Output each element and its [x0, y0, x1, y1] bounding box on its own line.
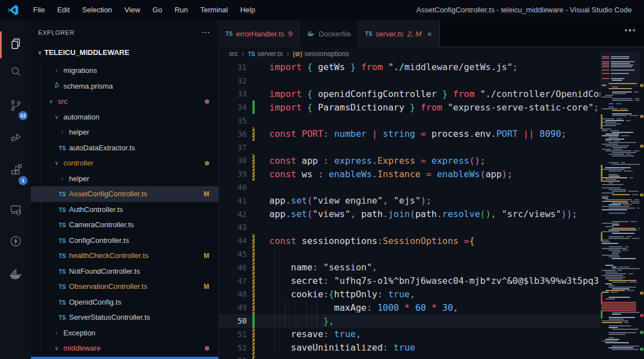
activity-extensions[interactable]: 1 — [0, 158, 31, 185]
tree-item-helper[interactable]: ›helper — [31, 171, 218, 187]
code-line-46[interactable]: 46 name: "session", — [219, 261, 600, 274]
tree-item-AuthController.ts[interactable]: TSAuthController.ts — [31, 202, 218, 218]
minimap[interactable] — [600, 47, 640, 359]
code-editor[interactable]: 31import { getWs } from "./middleware/ge… — [219, 61, 600, 359]
tree-item-Exception[interactable]: ›Exception — [31, 325, 218, 341]
tree-item-src[interactable]: ∨src — [31, 94, 218, 109]
line-number: 46 — [219, 263, 247, 272]
code-line-42[interactable]: 42app.set("views", path.join(path.resolv… — [219, 208, 600, 221]
activity-thunder-client[interactable] — [0, 229, 31, 256]
gutter-mod-indicator — [252, 341, 255, 355]
tab-errorhandler-ts[interactable]: TSerrorHandler.ts9 — [219, 20, 300, 47]
menu-view[interactable]: View — [118, 0, 146, 20]
more-actions-icon[interactable]: ⋯ — [201, 27, 210, 38]
code-line-50[interactable]: 50 }, — [219, 314, 600, 328]
chevron-right-icon: › — [52, 330, 61, 336]
git-status-dot — [205, 161, 209, 165]
minimap-line — [612, 152, 636, 153]
line-number: 48 — [219, 289, 247, 298]
code-line-53[interactable]: 53 — [219, 355, 600, 359]
tree-item-ConfigController.ts[interactable]: TSConfigController.ts — [31, 233, 218, 248]
code-line-35[interactable]: 35 — [219, 114, 600, 127]
menu-run[interactable]: Run — [168, 0, 194, 20]
minimap-line — [609, 256, 620, 257]
minimap-line — [612, 258, 636, 259]
menu-selection[interactable]: Selection — [76, 0, 118, 20]
code-line-52[interactable]: 52 saveUninitialized: true — [219, 341, 600, 355]
activity-docker[interactable] — [0, 263, 31, 289]
tree-item-NotFoundController.ts[interactable]: TSNotFoundController.ts — [31, 264, 218, 279]
gutter — [252, 181, 255, 194]
overview-ruler[interactable] — [640, 47, 644, 359]
minimap-line — [611, 61, 634, 62]
menu-go[interactable]: Go — [146, 0, 168, 20]
tree-item-healthCheckController.ts[interactable]: TShealthCheckController.tsM — [31, 248, 218, 264]
tree-item-migrations[interactable]: ›migrations — [31, 63, 218, 79]
project-root-row[interactable]: ∨ TELEICU_MIDDLEWARE — [31, 45, 218, 59]
tree-item-CameraController.ts[interactable]: TSCameraController.ts — [31, 217, 218, 233]
minimap-line — [601, 302, 636, 303]
code-line-45[interactable]: 45 — [219, 247, 600, 261]
tab-server-ts[interactable]: TSserver.ts2, M× — [358, 20, 439, 47]
code-line-36[interactable]: 36const PORT: number | string = process.… — [219, 127, 600, 141]
code-line-32[interactable]: 32 — [219, 74, 600, 88]
menu-terminal[interactable]: Terminal — [194, 0, 234, 20]
close-icon[interactable]: × — [427, 30, 432, 38]
tree-item-helper[interactable]: ›helper — [31, 125, 218, 140]
menu-help[interactable]: Help — [234, 0, 261, 20]
tree-item-controller[interactable]: ∨controller — [31, 155, 218, 171]
code-line-33[interactable]: 33import { openidConfigController } from… — [219, 88, 600, 101]
breadcrumb-sessionoptions[interactable]: [⊘]sessionoptions — [293, 50, 349, 58]
minimap-line — [609, 83, 637, 84]
code-line-49[interactable]: 49 maxAge: 1000 * 60 * 30, — [219, 301, 600, 314]
code-line-44[interactable]: 44const sessionoptions:SessionOptions ={ — [219, 234, 600, 247]
menu-edit[interactable]: Edit — [51, 0, 76, 20]
code-line-48[interactable]: 48 cookie:{httpOnly: true, — [219, 288, 600, 301]
breadcrumb-src[interactable]: src — [229, 50, 238, 58]
line-number: 36 — [219, 130, 247, 139]
breadcrumb-server.ts[interactable]: TSserver.ts — [248, 50, 283, 58]
code-line-39[interactable]: 39const ws : enableWs.Instance = enableW… — [219, 167, 600, 181]
minimap-line — [631, 202, 640, 204]
tree-item-autoDataExtractor.ts[interactable]: TSautoDataExtractor.ts — [31, 140, 218, 156]
minimap-line — [605, 199, 632, 200]
code-line-38[interactable]: 38const app : express.Express = express(… — [219, 154, 600, 168]
minimap-line — [602, 85, 606, 86]
gutter — [252, 141, 255, 154]
tree-item-schema.prisma[interactable]: schema.prisma — [31, 79, 218, 94]
menu-file[interactable]: File — [27, 0, 51, 20]
code-line-34[interactable]: 34import { ParamsDictionary } from "expr… — [219, 100, 600, 114]
tree-item-automation[interactable]: ∨automation — [31, 109, 218, 125]
code-line-40[interactable]: 40 — [219, 181, 600, 194]
minimap-line — [627, 290, 634, 291]
tree-item-ServerStatusController.ts[interactable]: TSServerStatusController.ts — [31, 310, 218, 325]
minimap-line — [612, 233, 634, 234]
code-line-51[interactable]: 51 resave: true, — [219, 328, 600, 341]
tree-item-middleware[interactable]: ∨middleware — [31, 340, 218, 356]
activity-explorer[interactable] — [0, 31, 31, 58]
gutter-mod-indicator — [252, 301, 255, 314]
activity-source-control[interactable]: 12 — [0, 93, 31, 120]
tree-item-OpenidConfig.ts[interactable]: TSOpenidConfig.ts — [31, 294, 218, 310]
code-text: cookie:{httpOnly: true, — [269, 289, 415, 300]
minimap-line — [609, 337, 614, 338]
code-line-47[interactable]: 47 secret: "ufhq7s-o1%^bn7j6wasec04-mjb*… — [219, 274, 600, 288]
ruler-mark — [640, 115, 643, 118]
code-line-41[interactable]: 41app.set("view engine", "ejs"); — [219, 194, 600, 208]
line-number: 39 — [219, 169, 247, 178]
code-line-37[interactable]: 37 — [219, 141, 600, 154]
activity-search[interactable] — [0, 59, 31, 86]
minimap-line — [611, 70, 634, 71]
code-text: const ws : enableWs.Instance = enableWs(… — [269, 169, 513, 180]
code-text: import { ParamsDictionary } from "expres… — [269, 102, 599, 113]
dot-icon — [205, 99, 209, 104]
code-line-43[interactable]: 43 — [219, 221, 600, 234]
minimap-line — [612, 155, 634, 157]
activity-remote-explorer[interactable] — [0, 197, 31, 224]
tree-item-AssetConfigController.ts[interactable]: TSAssetConfigController.tsM — [31, 186, 218, 202]
tree-item-ObservationController.ts[interactable]: TSObservationController.tsM — [31, 279, 218, 294]
git-modified-badge: M — [204, 252, 209, 260]
activity-run-debug[interactable] — [0, 125, 31, 151]
code-line-31[interactable]: 31import { getWs } from "./middleware/ge… — [219, 61, 600, 74]
tab-dockerfile[interactable]: Dockerfile — [300, 20, 358, 47]
